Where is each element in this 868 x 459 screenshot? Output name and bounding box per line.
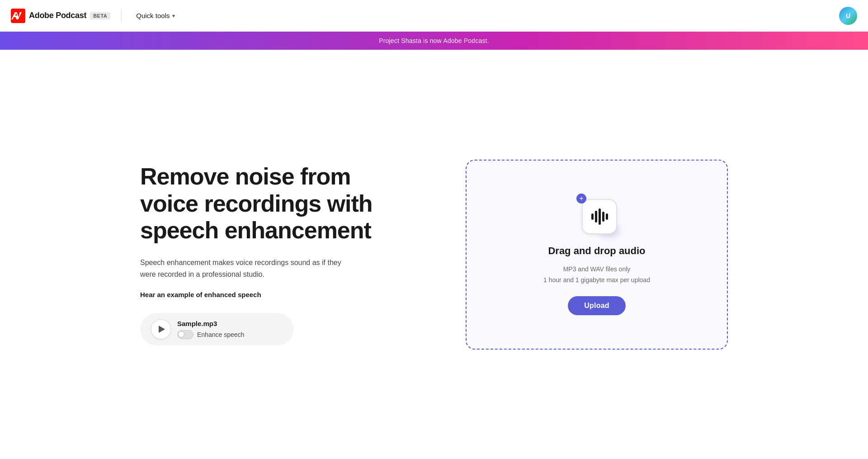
beta-badge: BETA	[90, 12, 110, 19]
adobe-logo: Adobe Podcast BETA	[11, 9, 110, 23]
enhance-toggle[interactable]	[177, 330, 193, 339]
audio-bar-5	[606, 213, 608, 220]
play-icon	[159, 326, 165, 333]
app-header: Adobe Podcast BETA Quick tools ▾ U	[0, 0, 868, 32]
drop-title: Drag and drop audio	[548, 245, 645, 257]
hear-example-link[interactable]: Hear an example of enhanced speech	[140, 291, 261, 298]
toggle-knob	[178, 331, 184, 337]
plus-icon: +	[576, 194, 586, 203]
audio-icon-wrapper: +	[576, 194, 617, 234]
quick-tools-button[interactable]: Quick tools ▾	[132, 9, 179, 22]
drop-zone[interactable]: + Drag and drop audio MP3 and WAV files …	[466, 160, 728, 350]
audio-bar-3	[599, 208, 601, 225]
header-left: Adobe Podcast BETA Quick tools ▾	[11, 9, 179, 23]
right-section: + Drag and drop audio MP3 and WAV files …	[466, 160, 728, 350]
player-info: Sample.mp3 Enhance speech	[177, 320, 244, 339]
drop-subtitle-line1: MP3 and WAV files only	[543, 264, 650, 275]
enhance-row: Enhance speech	[177, 330, 244, 339]
audio-icon-bg	[582, 199, 617, 234]
announcement-banner: Project Shasta is now Adobe Podcast.	[0, 32, 868, 50]
banner-text: Project Shasta is now Adobe Podcast.	[379, 37, 489, 44]
play-button[interactable]	[151, 319, 171, 339]
main-title: Remove noise from voice recordings with …	[140, 163, 393, 244]
avatar[interactable]: U	[839, 7, 857, 25]
audio-bars	[591, 208, 608, 225]
header-divider	[121, 9, 122, 22]
chevron-down-icon: ▾	[172, 13, 175, 19]
adobe-icon	[11, 9, 25, 23]
main-description: Speech enhancement makes voice recording…	[140, 257, 348, 280]
audio-bar-4	[602, 212, 604, 222]
main-content: Remove noise from voice recordings with …	[0, 50, 868, 459]
quick-tools-label: Quick tools	[136, 12, 170, 19]
drop-subtitle: MP3 and WAV files only 1 hour and 1 giga…	[543, 264, 650, 286]
left-section: Remove noise from voice recordings with …	[140, 163, 393, 346]
sample-filename: Sample.mp3	[177, 320, 244, 327]
audio-bar-1	[591, 213, 594, 220]
brand-name: Adobe Podcast	[29, 11, 86, 20]
sample-player: Sample.mp3 Enhance speech	[140, 313, 294, 345]
upload-button[interactable]: Upload	[568, 296, 625, 315]
drop-subtitle-line2: 1 hour and 1 gigabyte max per upload	[543, 275, 650, 286]
enhance-label: Enhance speech	[197, 331, 244, 338]
audio-bar-2	[595, 211, 597, 222]
